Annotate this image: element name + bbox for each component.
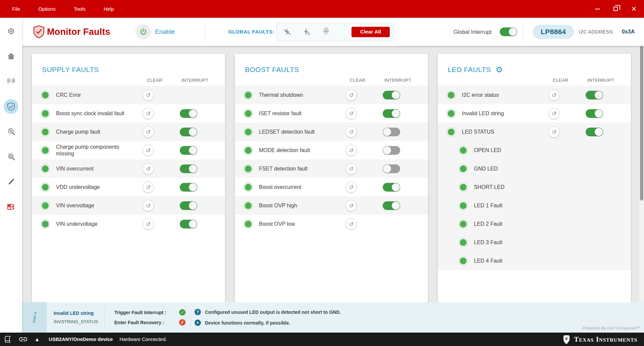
fault-description-row: Device functions normally, if possible. [195,320,341,326]
interrupt-toggle[interactable] [586,109,603,118]
clear-fault-button[interactable]: ↺ [548,108,560,119]
interrupt-toggle[interactable] [180,164,197,173]
status-dot [42,92,49,98]
sidebar-item-device-chip[interactable] [4,24,18,39]
led-faults-settings-gear-icon[interactable]: ⚙ [495,66,503,74]
clear-fault-button[interactable]: ↺ [143,163,154,175]
clear-fault-button[interactable]: ↺ [345,108,357,119]
gui-composer-watermark: Powered By GUI Composer™ [583,326,641,331]
clear-cell: ↺ [334,89,368,101]
clear-fault-button[interactable]: ↺ [143,89,154,101]
sidebar-item-fault-monitor[interactable] [4,99,18,114]
sidebar-item-led-channels[interactable] [4,74,18,89]
clear-fault-button[interactable]: ↺ [548,89,560,101]
clear-fault-button[interactable]: ↺ [345,182,357,193]
interrupt-toggle[interactable] [383,164,400,173]
global-interrupt-toggle[interactable] [500,27,517,36]
interrupt-toggle[interactable] [180,201,197,210]
menu-tools[interactable]: Tools [74,6,86,12]
fault-rows: I2C error status↺Invalid LED string↺LED … [438,86,631,270]
fault-row: Boost OVP low↺ [235,215,428,233]
fault-row: VIN overcurrent↺ [32,159,225,178]
clear-fault-button[interactable]: ↺ [345,145,357,156]
interrupt-toggle[interactable] [180,146,197,155]
power-icon [140,28,147,36]
fault-label: LED 1 Fault [474,202,624,209]
close-icon[interactable]: ✕ [631,6,637,12]
clear-cell: ↺ [334,108,368,119]
clear-fault-button[interactable]: ↺ [345,126,357,138]
enable-power-button[interactable] [136,25,150,39]
clear-cell: ↺ [334,200,368,211]
interrupt-toggle[interactable] [180,220,197,228]
clear-all-button[interactable]: Clear All [352,27,390,37]
status-dot [245,129,252,135]
sidebar-item-edit[interactable] [4,175,18,189]
interrupt-toggle[interactable] [383,109,400,118]
minimize-icon[interactable] [595,9,600,9]
ti-brand-name: Texas Instruments [574,335,637,344]
status-dot [245,202,252,209]
status-dot [42,221,49,227]
scrollbar-thumb[interactable] [640,46,643,201]
interrupt-toggle[interactable] [383,128,400,136]
interrupt-toggle[interactable] [180,128,197,136]
menu-options[interactable]: Options [38,6,56,12]
interrupt-cell [368,201,415,210]
interrupt-toggle[interactable] [586,128,603,136]
menu-file[interactable]: File [12,6,20,12]
status-dot [245,110,252,117]
interrupt-toggle[interactable] [383,201,400,210]
clear-fault-button[interactable]: ↺ [143,145,154,156]
clear-fault-button[interactable]: ↺ [345,163,357,175]
header: Monitor Faults Enable GLOBAL FAULTS: Cle… [22,18,644,46]
log-book-icon[interactable] [5,336,11,343]
sidebar-item-register-map[interactable] [4,200,18,214]
info-divider [105,305,105,329]
clear-cell: ↺ [131,145,165,156]
fault-label: VIN overcurrent [56,165,131,172]
interrupt-toggle[interactable] [586,91,603,99]
clear-fault-button[interactable]: ↺ [345,200,357,211]
status-bar: ▲ USB2ANY/OneDemo device Hardware Connec… [0,333,644,346]
fault-label: VIN overvoltage [56,202,131,209]
clear-fault-button[interactable]: ↺ [143,126,154,138]
fault-label: ISET resistor fault [259,110,334,117]
clear-fault-button[interactable]: ↺ [143,182,154,193]
clear-cell: ↺ [131,126,165,138]
clear-fault-button[interactable]: ↺ [345,89,357,101]
led-fault-icon [321,27,331,37]
interrupt-toggle[interactable] [180,109,197,118]
interrupt-cell [368,109,415,118]
fault-label: SHORT LED [474,184,624,191]
interrupt-cell [571,128,618,136]
connection-link-icon[interactable] [19,337,28,342]
menu-bar: File Options Tools Help ✕ [0,0,644,18]
enable-label[interactable]: Enable [155,18,175,46]
interrupt-column-header: INTERRUPT [171,78,218,83]
clear-fault-button[interactable]: ↺ [143,218,154,230]
status-dot [42,202,49,209]
sidebar-item-debug-search[interactable] [4,149,18,164]
fault-label: LEDSET detection fault [259,129,334,135]
interrupt-toggle[interactable] [180,183,197,192]
menu-help[interactable]: Help [104,6,114,12]
global-interrupt-label: Global Interrupt [453,18,492,46]
caret-up-icon[interactable]: ▲ [36,337,39,342]
clear-fault-button[interactable]: ↺ [548,126,560,138]
status-dot [460,258,467,264]
fault-row: LED 4 Fault [438,252,631,270]
clear-fault-button[interactable]: ↺ [143,200,154,211]
clear-fault-button[interactable]: ↺ [143,108,154,119]
supply-faults-panel: SUPPLY FAULTS CLEAR INTERRUPT CRC Error↺… [32,54,225,302]
interrupt-toggle[interactable] [383,146,400,155]
status-dot [460,202,467,209]
restore-icon[interactable] [613,7,618,11]
clear-fault-button[interactable]: ↺ [345,218,357,230]
sidebar-item-home[interactable] [4,49,18,64]
interrupt-toggle[interactable] [383,91,400,99]
window-controls: ✕ [595,0,637,18]
sidebar-item-waveform-probe[interactable] [4,124,18,139]
interrupt-toggle[interactable] [383,183,400,192]
fault-label: Invalid LED string [462,110,537,117]
